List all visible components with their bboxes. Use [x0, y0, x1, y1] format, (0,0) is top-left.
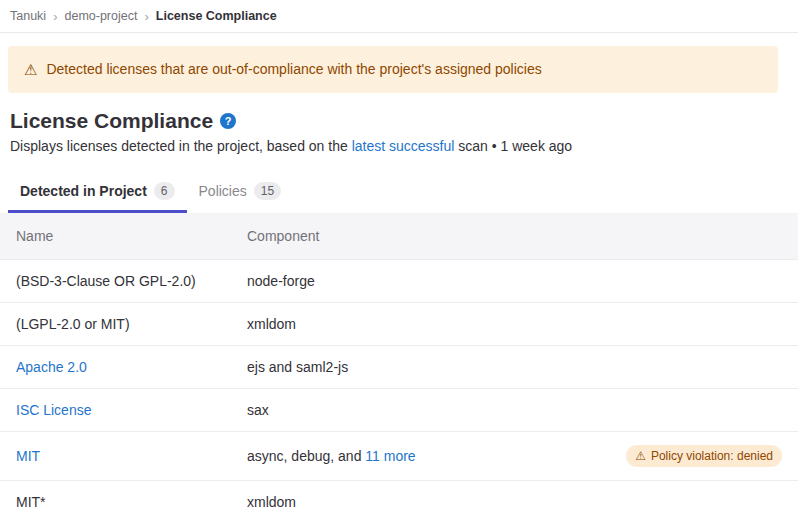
component-text: async, debug, and 11 more — [247, 448, 416, 464]
alert-message: Detected licenses that are out-of-compli… — [46, 61, 541, 78]
tab-count-badge: 6 — [154, 182, 175, 200]
component-cell: async, debug, and 11 more⚠Policy violati… — [231, 432, 798, 481]
table-row: ISC Licensesax — [0, 389, 798, 432]
component-text: sax — [247, 402, 269, 418]
license-name-cell: (LGPL-2.0 or MIT) — [0, 303, 231, 346]
component-text: node-forge — [247, 273, 315, 289]
license-name-cell: (BSD-3-Clause OR GPL-2.0) — [0, 260, 231, 303]
license-name-link[interactable]: Apache 2.0 — [16, 359, 87, 375]
component-cell: xmldom — [231, 303, 798, 346]
license-name: (LGPL-2.0 or MIT) — [16, 316, 130, 332]
breadcrumb-item-group[interactable]: Tanuki — [10, 9, 46, 23]
tab-count-badge: 15 — [254, 182, 281, 200]
component-more-link[interactable]: 11 more — [365, 448, 415, 464]
table-row: (LGPL-2.0 or MIT)xmldom — [0, 303, 798, 346]
license-name: MIT* — [16, 494, 46, 510]
breadcrumb-item-current: License Compliance — [156, 9, 277, 23]
description-prefix: Displays licenses detected in the projec… — [10, 138, 352, 154]
license-name-cell: MIT — [0, 432, 231, 481]
table-row: MITasync, debug, and 11 more⚠Policy viol… — [0, 432, 798, 481]
component-cell: ejs and saml2-js — [231, 346, 798, 389]
column-header-name: Name — [0, 213, 231, 260]
description-suffix: scan • 1 week ago — [454, 138, 572, 154]
component-cell: sax — [231, 389, 798, 432]
warning-triangle-icon: ⚠ — [635, 448, 646, 464]
breadcrumb: Tanuki › demo-project › License Complian… — [0, 0, 798, 33]
license-name-cell: Apache 2.0 — [0, 346, 231, 389]
table-row: (BSD-3-Clause OR GPL-2.0)node-forge — [0, 260, 798, 303]
component-cell: xmldom — [231, 481, 798, 524]
table-header-row: Name Component — [0, 213, 798, 260]
latest-successful-scan-link[interactable]: latest successful — [352, 138, 455, 154]
license-table: Name Component (BSD-3-Clause OR GPL-2.0)… — [0, 213, 798, 523]
page-description: Displays licenses detected in the projec… — [10, 137, 778, 155]
page-title: License Compliance — [10, 107, 213, 134]
chevron-right-icon: › — [53, 9, 57, 24]
chevron-right-icon: › — [144, 9, 148, 24]
license-name: (BSD-3-Clause OR GPL-2.0) — [16, 273, 196, 289]
tab-label: Policies — [199, 183, 247, 199]
component-text: xmldom — [247, 316, 296, 332]
tabs: Detected in Project 6 Policies 15 — [8, 176, 798, 213]
component-text: ejs and saml2-js — [247, 359, 348, 375]
tab-detected-in-project[interactable]: Detected in Project 6 — [8, 176, 187, 213]
table-row: MIT*xmldom — [0, 481, 798, 524]
help-question-icon[interactable]: ? — [220, 113, 236, 129]
column-header-component: Component — [231, 213, 798, 260]
license-name-cell: ISC License — [0, 389, 231, 432]
component-cell: node-forge — [231, 260, 798, 303]
out-of-compliance-alert: ⚠ Detected licenses that are out-of-comp… — [8, 46, 778, 93]
tab-policies[interactable]: Policies 15 — [187, 176, 294, 213]
warning-triangle-icon: ⚠ — [24, 61, 37, 78]
badge-label: Policy violation: denied — [651, 448, 773, 464]
tab-label: Detected in Project — [20, 183, 147, 199]
license-name-link[interactable]: MIT — [16, 448, 40, 464]
component-text: xmldom — [247, 494, 296, 510]
page-header: License Compliance ? Displays licenses d… — [0, 107, 798, 155]
license-name-cell: MIT* — [0, 481, 231, 524]
breadcrumb-item-project[interactable]: demo-project — [64, 9, 137, 23]
license-table-body: (BSD-3-Clause OR GPL-2.0)node-forge(LGPL… — [0, 260, 798, 524]
table-row: Apache 2.0ejs and saml2-js — [0, 346, 798, 389]
policy-violation-badge: ⚠Policy violation: denied — [626, 445, 782, 467]
license-name-link[interactable]: ISC License — [16, 402, 91, 418]
